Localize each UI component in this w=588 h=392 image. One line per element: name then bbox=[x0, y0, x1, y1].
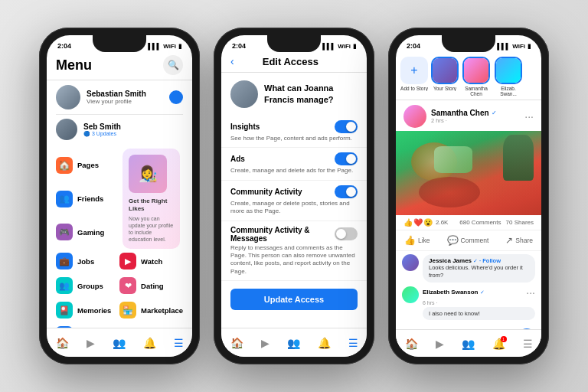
nav-item-friends[interactable]: 👥 Friends bbox=[53, 182, 116, 216]
avatar-seb bbox=[56, 119, 77, 140]
story-label-1: Your Story bbox=[433, 86, 456, 91]
like-button[interactable]: 👍 Like bbox=[400, 232, 435, 249]
toggle-switch-insights[interactable] bbox=[335, 120, 358, 133]
toggle-switch-ads[interactable] bbox=[335, 152, 358, 165]
bnav-menu[interactable]: ☰ bbox=[174, 337, 184, 349]
reaction-count: 2.6K bbox=[436, 219, 448, 226]
post-avatar bbox=[403, 105, 426, 128]
share-button[interactable]: ↗ Share bbox=[501, 232, 537, 249]
like-emoji: 👍 bbox=[403, 218, 413, 227]
toggle-community-messages[interactable]: Community Activity & Messages Reply to m… bbox=[221, 221, 367, 282]
promo-card[interactable]: 👩‍🎨 Get the Right Likes Now you can upda… bbox=[122, 149, 180, 249]
nav-label-dating: Dating bbox=[141, 282, 164, 290]
nav-item-memories[interactable]: 🎴 Memories bbox=[53, 298, 116, 322]
phone-3: 2:04 ▌▌▌ WiFi ▮ + Add to Story bbox=[388, 28, 549, 364]
bnav-friends[interactable]: 👥 bbox=[113, 337, 126, 349]
toggle-community-activity[interactable]: Community Activity Create, manage or del… bbox=[221, 181, 367, 221]
gaming-icon: 🎮 bbox=[56, 224, 73, 240]
update-access-button[interactable]: Update Access bbox=[230, 289, 358, 310]
story-your[interactable]: Your Story bbox=[431, 57, 459, 96]
bottom-nav-3: 🏠 ▶ 👥 🔔1 ☰ bbox=[396, 329, 541, 357]
bnav-bell[interactable]: 🔔 bbox=[143, 337, 156, 349]
jessica-name: Jessica James bbox=[429, 257, 472, 264]
toggle-switch-community[interactable] bbox=[335, 185, 358, 198]
like-label: Like bbox=[418, 237, 430, 244]
user-question: What can Joanna Francis manage? bbox=[264, 83, 358, 106]
search-button[interactable]: 🔍 bbox=[163, 55, 183, 75]
story-samantha[interactable]: Samantha Chen bbox=[462, 57, 491, 96]
story-img-1 bbox=[433, 58, 457, 83]
watch-icon: ▶ bbox=[119, 253, 136, 270]
phone-2: 2:04 ▌▌▌ WiFi ▮ ‹ Edit Access What can J… bbox=[214, 28, 374, 364]
profile-row-1[interactable]: Sebastian Smith View your profile bbox=[47, 80, 192, 114]
jessica-text: Looks delicious. Where'd you order it fr… bbox=[429, 264, 529, 279]
bnav-home[interactable]: 🏠 bbox=[56, 337, 69, 349]
elizabeth-bubble: I also need to know! bbox=[423, 307, 535, 321]
pages-icon: 🏠 bbox=[56, 157, 73, 174]
post-reactions: 👍 ❤️ 😮 2.6K 680 Comments 70 Shares bbox=[396, 215, 541, 230]
nav-label-groups: Groups bbox=[77, 282, 103, 290]
bnav-bell-2[interactable]: 🔔 bbox=[318, 337, 331, 349]
back-button[interactable]: ‹ bbox=[230, 55, 234, 67]
nav-item-gaming[interactable]: 🎮 Gaming bbox=[53, 215, 116, 249]
bnav-menu-2[interactable]: ☰ bbox=[348, 337, 358, 349]
elizabeth-avatar bbox=[402, 286, 419, 303]
toggle-title-community: Community Activity bbox=[230, 188, 302, 196]
notch-2 bbox=[267, 35, 321, 52]
add-story-icon: + bbox=[400, 57, 428, 84]
jessica-follow[interactable]: · Follow bbox=[479, 257, 501, 264]
elizabeth-more[interactable]: ··· bbox=[526, 286, 535, 299]
story-elizabeth[interactable]: Elizab. Swan... bbox=[494, 57, 523, 96]
bnav-menu-3[interactable]: ☰ bbox=[523, 338, 533, 350]
search-icon: 🔍 bbox=[168, 60, 179, 70]
battery-icon-2: ▮ bbox=[353, 43, 356, 50]
notch-1 bbox=[93, 35, 146, 52]
bnav-home-2[interactable]: 🏠 bbox=[230, 337, 243, 349]
love-emoji: ❤️ bbox=[413, 218, 423, 227]
avatar-sebastian bbox=[56, 85, 80, 109]
dating-icon: ❤ bbox=[119, 277, 136, 294]
jessica-verified: ✓ bbox=[473, 258, 478, 264]
toggle-title-ads: Ads bbox=[230, 155, 245, 163]
bnav-video[interactable]: ▶ bbox=[87, 337, 95, 349]
bnav-bell-3[interactable]: 🔔1 bbox=[492, 338, 505, 350]
nav-label-pages: Pages bbox=[77, 161, 99, 169]
user-question-section: What can Joanna Francis manage? bbox=[221, 73, 367, 116]
story-img-2 bbox=[464, 58, 488, 83]
edit-access-title: Edit Access bbox=[239, 56, 342, 67]
post-verified-icon: ✓ bbox=[492, 109, 497, 116]
post-more-button[interactable]: ··· bbox=[524, 110, 534, 122]
profile-row-2[interactable]: Seb Smith 🔵 3 Updates bbox=[47, 115, 192, 144]
elizabeth-verified: ✓ bbox=[480, 289, 485, 296]
bottom-nav-2: 🏠 ▶ 👥 🔔 ☰ bbox=[221, 328, 367, 357]
signal-icon: ▌▌▌ bbox=[148, 43, 161, 50]
bnav-home-3[interactable]: 🏠 bbox=[405, 338, 418, 350]
menu-header: Menu 🔍 bbox=[47, 52, 192, 80]
toggle-switch-messages[interactable] bbox=[335, 227, 358, 240]
signal-icon-2: ▌▌▌ bbox=[322, 43, 335, 50]
nav-item-dating[interactable]: ❤ Dating bbox=[116, 273, 186, 298]
wifi-icon-2: WiFi bbox=[338, 43, 351, 50]
updates-text: 3 Updates bbox=[92, 131, 116, 136]
stories-row: + Add to Story Your Story Samantha Chen bbox=[396, 52, 541, 100]
comment-button[interactable]: 💬 Comment bbox=[443, 232, 494, 249]
jobs-icon: 💼 bbox=[56, 253, 73, 270]
story-add[interactable]: + Add to Story bbox=[400, 57, 428, 96]
marketplace-icon: 🏪 bbox=[119, 302, 136, 318]
memories-icon: 🎴 bbox=[56, 302, 73, 318]
toggle-desc-insights: See how the Page, content and ads perfor… bbox=[230, 135, 358, 142]
toggle-insights[interactable]: Insights See how the Page, content and a… bbox=[221, 116, 367, 148]
nav-item-pages[interactable]: 🏠 Pages bbox=[53, 149, 116, 182]
post-actions: 👍 Like 💬 Comment ↗ Share bbox=[396, 230, 541, 251]
bnav-friends-3[interactable]: 👥 bbox=[462, 338, 475, 350]
scene: 2:04 ▌▌▌ WiFi ▮ Menu 🔍 Sebastian Smith bbox=[0, 0, 588, 392]
nav-item-watch[interactable]: ▶ Watch bbox=[116, 249, 186, 273]
toggle-ads[interactable]: Ads Create, manage and delete ads for th… bbox=[221, 148, 367, 180]
nav-item-jobs[interactable]: 💼 Jobs bbox=[53, 249, 116, 273]
nav-item-marketplace[interactable]: 🏪 Marketplace bbox=[116, 298, 186, 322]
bnav-friends-2[interactable]: 👥 bbox=[287, 337, 300, 349]
like-icon: 👍 bbox=[404, 235, 416, 246]
nav-item-groups[interactable]: 👥 Groups bbox=[53, 273, 116, 298]
bnav-video-3[interactable]: ▶ bbox=[436, 338, 444, 350]
bnav-video-2[interactable]: ▶ bbox=[261, 337, 270, 349]
